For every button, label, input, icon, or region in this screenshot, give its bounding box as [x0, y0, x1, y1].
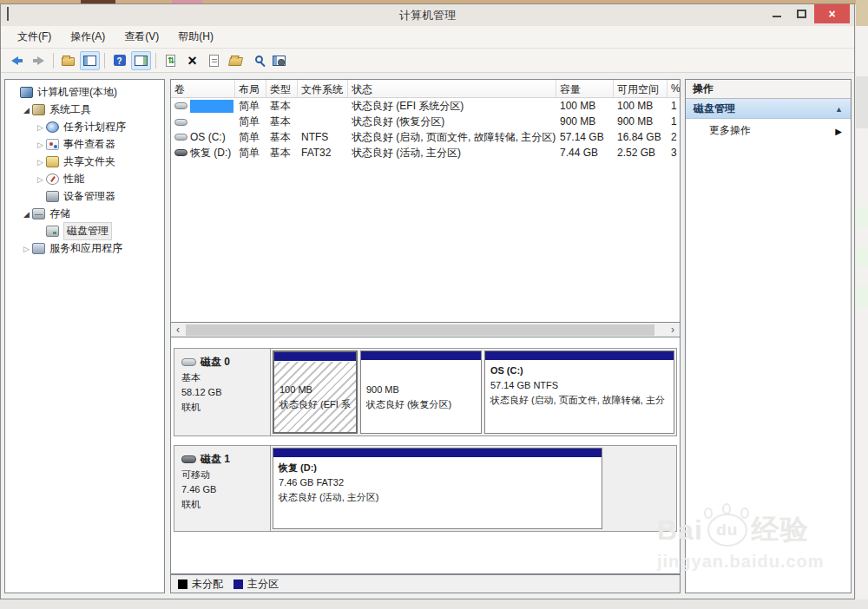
collapsed-icon[interactable] [35, 173, 46, 185]
menu-file[interactable]: 文件(F) [8, 26, 61, 48]
disk-0-strip: 磁盘 0 基本 58.12 GB 联机 100 MB 状态良好 (EFI 系 [174, 348, 677, 436]
column-header-percent[interactable]: % [667, 80, 680, 97]
maximize-button[interactable] [789, 4, 814, 23]
disk-management-icon [46, 226, 59, 237]
disk-0-label[interactable]: 磁盘 0 基本 58.12 GB 联机 [174, 349, 271, 435]
column-header-capacity[interactable]: 容量 [556, 80, 614, 97]
console-tree: 计算机管理(本地) 系统工具 任务计划程序 事件查看器 共享文件夹 性能 [4, 79, 165, 593]
actions-section-disk-management[interactable]: 磁盘管理 [686, 99, 851, 119]
disk-kind: 可移动 [181, 468, 270, 482]
minimize-button[interactable] [764, 4, 789, 23]
unallocated-swatch [178, 580, 187, 589]
scroll-right-icon[interactable]: › [666, 324, 680, 337]
column-header-status[interactable]: 状态 [348, 80, 556, 97]
device-manager-icon [46, 191, 59, 202]
table-row[interactable]: OS (C:) 简单 基本 NTFS 状态良好 (启动, 页面文件, 故障转储,… [171, 129, 680, 145]
scroll-left-icon[interactable]: ‹ [171, 324, 185, 337]
collapsed-icon[interactable] [35, 155, 46, 167]
toolbar-separator [155, 53, 156, 69]
baidu-jingyan-watermark: Bai du 经验 jingyan.baidu.com [657, 511, 864, 572]
expanded-icon[interactable] [21, 103, 32, 115]
up-one-level-icon[interactable] [58, 51, 78, 70]
delete-icon[interactable] [182, 51, 202, 70]
submenu-arrow-icon [835, 125, 842, 137]
more-actions-item[interactable]: 更多操作 [686, 119, 851, 142]
partition-color-bar [274, 352, 356, 362]
volume-icon [174, 119, 187, 126]
table-row[interactable]: 简单 基本 状态良好 (EFI 系统分区) 100 MB 100 MB 1 [171, 98, 680, 114]
toolbar-separator [104, 53, 105, 69]
open-icon[interactable] [226, 51, 246, 70]
forward-icon[interactable] [29, 51, 49, 70]
partition-color-bar [485, 351, 674, 361]
help-icon[interactable] [109, 51, 129, 70]
system-tools-icon [32, 104, 45, 115]
baidu-paw-icon: du [707, 514, 747, 547]
tree-item-services-applications[interactable]: 服务和应用程序 [5, 239, 164, 257]
tree-item-event-viewer[interactable]: 事件查看器 [5, 135, 164, 153]
table-row[interactable]: 简单 基本 状态良好 (恢复分区) 900 MB 900 MB 1 [171, 114, 680, 129]
properties-icon[interactable] [204, 51, 224, 70]
tree-item-device-manager[interactable]: 设备管理器 [5, 187, 164, 205]
partition-recovery-900mb[interactable]: 900 MB 状态良好 (恢复分区) [360, 350, 482, 434]
tree-item-disk-management[interactable]: 磁盘管理 [5, 222, 164, 239]
close-button[interactable] [814, 4, 850, 23]
column-header-layout[interactable]: 布局 [235, 80, 266, 97]
menu-help[interactable]: 帮助(H) [168, 26, 223, 48]
menu-bar: 文件(F) 操作(A) 查看(V) 帮助(H) [1, 26, 854, 49]
disk-size: 58.12 GB [181, 385, 270, 400]
collapsed-icon[interactable] [35, 138, 46, 150]
collapsed-icon[interactable] [21, 242, 32, 254]
partition-os-c[interactable]: OS (C:) 57.14 GB NTFS 状态良好 (启动, 页面文件, 故障… [484, 350, 674, 434]
toolbar-separator [53, 53, 54, 69]
disk-icon [181, 358, 196, 366]
disk-1-strip: 磁盘 1 可移动 7.46 GB 联机 恢复 (D:) 7.46 GB FAT3… [174, 445, 677, 532]
search-icon[interactable] [247, 51, 267, 70]
task-scheduler-icon [46, 121, 59, 133]
volume-icon [174, 102, 187, 109]
console-settings-icon[interactable] [269, 51, 289, 70]
tree-item-shared-folders[interactable]: 共享文件夹 [5, 153, 164, 170]
app-icon [7, 8, 21, 22]
partition-recovery-d[interactable]: 恢复 (D:) 7.46 GB FAT32 状态良好 (活动, 主分区) [273, 448, 602, 529]
menu-view[interactable]: 查看(V) [115, 26, 168, 48]
toolbar [1, 49, 854, 73]
scrollbar-thumb[interactable] [186, 324, 654, 336]
disk-management-view: 卷 布局 类型 文件系统 状态 容量 可用空间 % 简单 基本 状态良好 (EF… [170, 79, 681, 597]
title-bar[interactable]: 计算机管理 [1, 4, 854, 26]
legend-primary-partition: 主分区 [233, 577, 279, 592]
show-console-tree-icon[interactable] [80, 51, 100, 70]
window-title: 计算机管理 [1, 4, 854, 26]
collapsed-icon[interactable] [35, 121, 46, 133]
primary-partition-swatch [233, 580, 243, 589]
disk-size: 7.46 GB [181, 482, 270, 497]
tree-item-computer-management[interactable]: 计算机管理(本地) [5, 83, 164, 101]
legend-unallocated: 未分配 [178, 577, 223, 592]
partition-efi[interactable]: 100 MB 状态良好 (EFI 系 [273, 350, 358, 434]
volume-list: 卷 布局 类型 文件系统 状态 容量 可用空间 % 简单 基本 状态良好 (EF… [170, 79, 681, 323]
back-icon[interactable] [7, 51, 27, 70]
tree-item-performance[interactable]: 性能 [5, 170, 164, 187]
actions-pane-title: 操作 [686, 80, 851, 99]
tree-item-storage[interactable]: 存储 [5, 205, 164, 222]
menu-action[interactable]: 操作(A) [61, 26, 115, 48]
collapse-chevron-icon[interactable] [835, 102, 843, 115]
expanded-icon[interactable] [21, 207, 32, 219]
column-header-type[interactable]: 类型 [266, 80, 298, 97]
tree-item-system-tools[interactable]: 系统工具 [5, 101, 164, 118]
disk-kind: 基本 [181, 370, 270, 385]
show-action-pane-icon[interactable] [131, 51, 151, 70]
performance-icon [46, 174, 59, 185]
refresh-icon[interactable] [161, 51, 181, 70]
tree-item-task-scheduler[interactable]: 任务计划程序 [5, 118, 164, 135]
legend-bar: 未分配 主分区 [170, 574, 681, 593]
partition-color-bar [273, 449, 602, 458]
column-header-filesystem[interactable]: 文件系统 [298, 80, 348, 97]
table-row[interactable]: 恢复 (D:) 简单 基本 FAT32 状态良好 (活动, 主分区) 7.44 … [171, 145, 680, 160]
volume-icon [174, 134, 187, 141]
disk-graph-view: 磁盘 0 基本 58.12 GB 联机 100 MB 状态良好 (EFI 系 [170, 337, 681, 574]
disk-1-label[interactable]: 磁盘 1 可移动 7.46 GB 联机 [174, 446, 271, 531]
column-header-volume[interactable]: 卷 [171, 80, 235, 97]
column-header-free-space[interactable]: 可用空间 [614, 80, 667, 97]
horizontal-scrollbar[interactable]: ‹ › [170, 323, 681, 337]
